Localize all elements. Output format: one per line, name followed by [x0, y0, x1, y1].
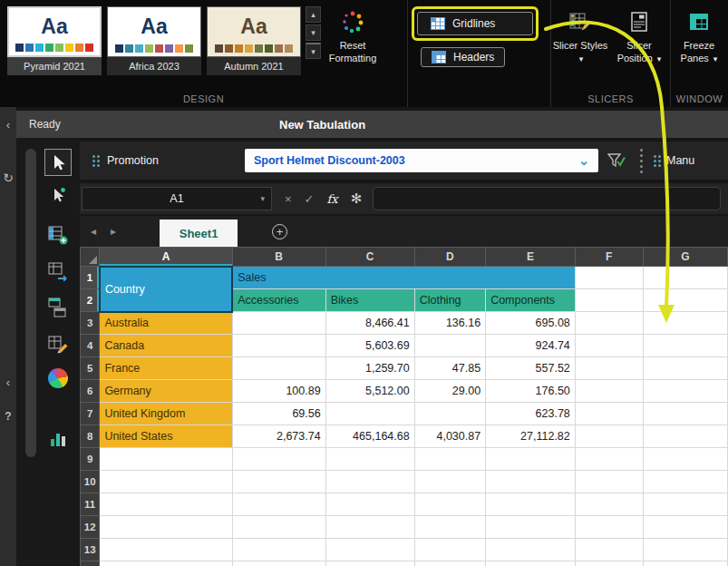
cancel-entry-button[interactable]: ×: [285, 192, 292, 206]
cell[interactable]: France: [100, 357, 232, 380]
confirm-entry-button[interactable]: ✓: [305, 192, 315, 206]
promotion-drag-handle[interactable]: [92, 155, 100, 167]
cell[interactable]: [643, 425, 727, 448]
formula-input[interactable]: [373, 187, 721, 210]
cell[interactable]: [414, 561, 485, 566]
gridlines-button[interactable]: Gridlines: [417, 12, 533, 35]
cell[interactable]: [486, 561, 576, 566]
cell[interactable]: 5,512.00: [325, 380, 414, 403]
cell[interactable]: 695.08: [486, 312, 576, 335]
cell[interactable]: [575, 539, 643, 561]
row-header-8[interactable]: 8: [81, 425, 100, 448]
row-header-5[interactable]: 5: [81, 357, 100, 380]
collapse-section-icon[interactable]: ‹: [0, 376, 16, 389]
theme-pyramid-2021[interactable]: Aa Pyramid 2021: [7, 6, 102, 75]
row-header-1[interactable]: 1: [81, 267, 100, 289]
cell[interactable]: [100, 471, 232, 493]
cell[interactable]: [414, 516, 485, 539]
cell[interactable]: [325, 448, 414, 471]
cell[interactable]: [325, 403, 414, 425]
gallery-up-button[interactable]: ▴: [306, 6, 321, 23]
cell[interactable]: 465,164.68: [325, 425, 414, 448]
cell[interactable]: Canada: [100, 335, 232, 357]
theme-africa-2023[interactable]: Aa Africa 2023: [107, 6, 201, 75]
cell[interactable]: 2,673.74: [232, 425, 325, 448]
cell[interactable]: [325, 516, 414, 539]
cell[interactable]: [100, 516, 232, 539]
cell[interactable]: Components: [486, 289, 576, 312]
cell[interactable]: 557.52: [486, 357, 576, 380]
cell[interactable]: 924.74: [486, 335, 576, 357]
cell[interactable]: [232, 539, 325, 561]
cell[interactable]: [414, 471, 485, 493]
row-header-6[interactable]: 6: [81, 380, 100, 403]
cell[interactable]: [643, 539, 727, 561]
cell[interactable]: 5,603.69: [325, 335, 414, 357]
edit-table-tool[interactable]: [44, 330, 72, 357]
row-header-4[interactable]: 4: [81, 335, 100, 357]
column-header-B[interactable]: B: [232, 248, 325, 267]
cell[interactable]: Germany: [100, 380, 232, 403]
promotion-filter-dropdown[interactable]: Sport Helmet Discount-2003 ⌄: [245, 149, 598, 172]
cell[interactable]: [414, 539, 485, 561]
cell[interactable]: [325, 539, 414, 561]
cell[interactable]: [575, 312, 643, 335]
cell[interactable]: [575, 335, 643, 357]
cell[interactable]: [575, 267, 643, 289]
cell[interactable]: [325, 471, 414, 493]
cell[interactable]: [325, 493, 414, 516]
cell[interactable]: [486, 448, 576, 471]
cell[interactable]: [486, 539, 576, 561]
cell[interactable]: [643, 357, 727, 380]
gallery-more-button[interactable]: ▾: [306, 43, 321, 59]
cell[interactable]: United Kingdom: [100, 403, 232, 425]
cell[interactable]: 176.50: [486, 380, 576, 403]
cell[interactable]: [232, 312, 325, 335]
cell[interactable]: 4,030.87: [414, 425, 485, 448]
table-arrow-tool[interactable]: [44, 258, 72, 285]
cell[interactable]: [100, 561, 232, 566]
reset-formatting-button[interactable]: Reset Formatting: [321, 8, 384, 75]
column-header-G[interactable]: G: [643, 248, 727, 267]
cell[interactable]: [232, 335, 325, 357]
row-header-10[interactable]: 10: [81, 471, 100, 493]
select-all-corner[interactable]: [81, 248, 100, 267]
cell[interactable]: [643, 289, 727, 312]
cell[interactable]: [486, 493, 576, 516]
add-sheet-button[interactable]: +: [272, 224, 287, 239]
row-header-partial[interactable]: [81, 561, 100, 566]
cell[interactable]: 27,112.82: [486, 425, 576, 448]
cell[interactable]: [414, 493, 485, 516]
cell[interactable]: [232, 471, 325, 493]
row-header-9[interactable]: 9: [81, 448, 100, 471]
cell[interactable]: [100, 493, 232, 516]
cell[interactable]: 8,466.41: [325, 312, 414, 335]
cell[interactable]: [643, 403, 727, 425]
name-box[interactable]: A1 ▾: [82, 187, 272, 210]
column-header-F[interactable]: F: [575, 248, 643, 267]
tables-tool[interactable]: [44, 294, 72, 321]
cell[interactable]: 623.78: [486, 403, 576, 425]
formula-assistant-button[interactable]: ✻: [351, 190, 363, 207]
cell[interactable]: [414, 448, 485, 471]
freeze-panes-button[interactable]: Freeze Panes ▾: [671, 8, 727, 65]
cell[interactable]: [575, 448, 643, 471]
cell[interactable]: Sales: [232, 267, 575, 289]
cell[interactable]: United States: [100, 425, 232, 448]
cell[interactable]: [575, 471, 643, 493]
column-header-E[interactable]: E: [486, 248, 576, 267]
cell[interactable]: [575, 380, 643, 403]
cell[interactable]: [232, 448, 325, 471]
cell[interactable]: [643, 516, 727, 539]
cell[interactable]: [575, 403, 643, 425]
previous-sheet-button[interactable]: ◂: [91, 225, 96, 238]
tab-sheet1[interactable]: Sheet1: [160, 220, 238, 247]
row-header-7[interactable]: 7: [81, 403, 100, 425]
cell[interactable]: [575, 561, 643, 566]
cell[interactable]: [414, 403, 485, 425]
cell[interactable]: [643, 561, 727, 566]
cell[interactable]: Bikes: [325, 289, 414, 312]
column-header-A[interactable]: A: [100, 248, 232, 267]
filter-applied-icon[interactable]: [607, 153, 626, 169]
cell[interactable]: [232, 357, 325, 380]
